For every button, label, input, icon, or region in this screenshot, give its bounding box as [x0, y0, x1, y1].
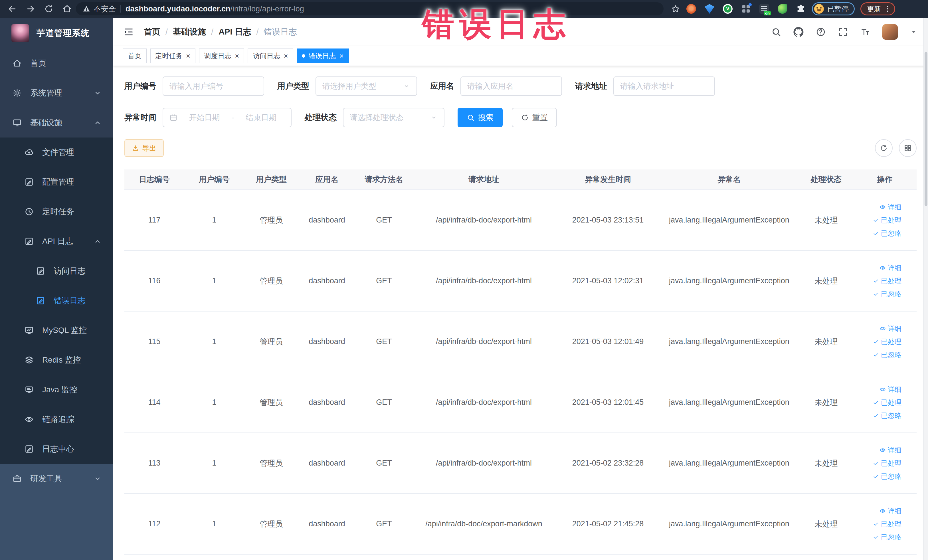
extension-on-icon[interactable] [759, 4, 769, 14]
table-row[interactable]: 1121管理员dashboardGET/api/infra/db-doc/exp… [124, 494, 917, 555]
tag-调度日志[interactable]: 调度日志× [199, 49, 244, 63]
action-已处理[interactable]: 已处理 [873, 337, 902, 346]
tag-close-icon[interactable]: × [186, 52, 190, 60]
action-已忽略[interactable]: 已忽略 [873, 472, 902, 481]
exception-time-range-picker[interactable]: 开始日期 - 结束日期 [163, 108, 292, 127]
sidebar-item-基础设施[interactable]: 基础设施 [0, 108, 113, 137]
tag-错误日志[interactable]: 错误日志× [297, 49, 349, 63]
sidebar-item-链路追踪[interactable]: 链路追踪 [0, 404, 113, 434]
action-已处理[interactable]: 已处理 [873, 519, 902, 529]
github-icon[interactable] [793, 27, 804, 37]
action-详细[interactable]: 详细 [879, 263, 902, 272]
tag-首页[interactable]: 首页 [123, 49, 147, 63]
sidebar-item-配置管理[interactable]: 配置管理 [0, 167, 113, 197]
user-id-input[interactable]: 请输入用户编号 [163, 76, 264, 96]
column-header-异常名[interactable]: 异常名 [661, 174, 798, 185]
extension-leaf-icon[interactable] [778, 4, 788, 14]
table-refresh-button[interactable] [875, 139, 893, 157]
column-header-异常发生时间[interactable]: 异常发生时间 [555, 174, 661, 185]
column-header-应用名[interactable]: 应用名 [298, 174, 356, 185]
tag-访问日志[interactable]: 访问日志× [247, 49, 293, 63]
process-status-select[interactable]: 请选择处理状态 [343, 108, 444, 127]
search-button[interactable]: 搜索 [458, 108, 503, 127]
user-avatar[interactable] [882, 24, 898, 40]
browser-profile-chip[interactable]: 已暂停 [812, 2, 855, 15]
app-logo[interactable]: 芋道管理系统 [0, 18, 113, 49]
avatar-caret-icon[interactable] [910, 28, 918, 36]
action-详细[interactable]: 详细 [879, 446, 902, 455]
browser-update-menu-button[interactable]: 更新 [860, 2, 895, 15]
breadcrumb-item[interactable]: API 日志 [218, 26, 251, 38]
action-已忽略[interactable]: 已忽略 [873, 533, 902, 542]
breadcrumb-item[interactable]: 首页 [144, 26, 160, 38]
extension-v-icon[interactable] [723, 4, 733, 14]
table-row[interactable]: 1141管理员dashboardGET/api/infra/db-doc/exp… [124, 372, 917, 433]
table-row[interactable]: 1161管理员dashboardGET/api/infra/db-doc/exp… [124, 251, 917, 311]
browser-home-icon[interactable] [62, 4, 72, 14]
sidebar-item-API 日志[interactable]: API 日志 [0, 226, 113, 256]
column-header-用户编号[interactable]: 用户编号 [184, 174, 244, 185]
bookmark-star-icon[interactable] [671, 4, 680, 14]
help-icon[interactable] [816, 27, 826, 37]
breadcrumb-item[interactable]: 基础设施 [173, 26, 206, 38]
address-bar[interactable]: 不安全 dashboard.yudao.iocoder.cn /infra/lo… [76, 2, 664, 15]
column-header-操作[interactable]: 操作 [855, 174, 914, 185]
action-已处理[interactable]: 已处理 [873, 216, 902, 225]
tag-close-icon[interactable]: × [235, 52, 239, 60]
browser-reload-icon[interactable] [44, 4, 53, 14]
sidebar-item-系统管理[interactable]: 系统管理 [0, 78, 113, 108]
sidebar-item-Redis 监控[interactable]: Redis 监控 [0, 345, 113, 375]
action-已忽略[interactable]: 已忽略 [873, 350, 902, 359]
sidebar-item-定时任务[interactable]: 定时任务 [0, 197, 113, 226]
extensions-puzzle-icon[interactable] [796, 4, 806, 14]
action-已忽略[interactable]: 已忽略 [873, 229, 902, 238]
reset-button[interactable]: 重置 [512, 108, 557, 127]
action-详细[interactable]: 详细 [879, 203, 902, 212]
action-已处理[interactable]: 已处理 [873, 276, 902, 285]
export-button[interactable]: 导出 [124, 139, 164, 157]
table-row[interactable]: 1131管理员dashboardGET/api/infra/db-doc/exp… [124, 433, 917, 494]
font-size-icon[interactable] [860, 27, 870, 37]
action-详细[interactable]: 详细 [879, 385, 902, 394]
action-详细[interactable]: 详细 [879, 324, 902, 333]
action-已处理[interactable]: 已处理 [873, 459, 902, 468]
app-name-input[interactable]: 请输入应用名 [461, 76, 562, 96]
column-header-请求方法名[interactable]: 请求方法名 [356, 174, 412, 185]
extension-orange-icon[interactable] [686, 4, 696, 14]
table-row[interactable]: 1151管理员dashboardGET/api/infra/db-doc/exp… [124, 311, 917, 372]
sidebar-item-访问日志[interactable]: 访问日志 [0, 256, 113, 286]
extension-shield-icon[interactable] [705, 4, 714, 14]
request-url-input[interactable]: 请输入请求地址 [614, 76, 715, 96]
column-header-日志编号[interactable]: 日志编号 [124, 174, 184, 185]
tag-close-icon[interactable]: × [339, 52, 344, 60]
sidebar-item-研发工具[interactable]: 研发工具 [0, 464, 113, 493]
sidebar-item-文件管理[interactable]: 文件管理 [0, 137, 113, 167]
sidebar-item-首页[interactable]: 首页 [0, 49, 113, 78]
scrollbar-thumb[interactable] [925, 52, 927, 206]
sidebar-item-日志中心[interactable]: 日志中心 [0, 434, 113, 464]
action-已处理[interactable]: 已处理 [873, 398, 902, 407]
action-详细[interactable]: 详细 [879, 507, 902, 516]
tag-定时任务[interactable]: 定时任务× [150, 49, 195, 63]
sidebar-item-MySQL 监控[interactable]: MySQL 监控 [0, 316, 113, 345]
browser-back-icon[interactable] [8, 4, 17, 14]
action-已忽略[interactable]: 已忽略 [873, 290, 902, 299]
fullscreen-icon[interactable] [838, 27, 848, 37]
action-已忽略[interactable]: 已忽略 [873, 411, 902, 420]
hamburger-icon[interactable] [123, 26, 134, 37]
tag-close-icon[interactable]: × [284, 52, 288, 60]
table-row[interactable]: 1171管理员dashboardGET/api/infra/db-doc/exp… [124, 190, 917, 251]
column-header-请求地址[interactable]: 请求地址 [412, 174, 555, 185]
page-scrollbar[interactable] [923, 18, 928, 560]
browser-forward-icon[interactable] [26, 4, 35, 14]
search-icon[interactable] [771, 27, 781, 37]
sidebar-item-Java 监控[interactable]: Java 监控 [0, 375, 113, 404]
breadcrumb-separator: / [256, 27, 259, 37]
column-header-用户类型[interactable]: 用户类型 [244, 174, 298, 185]
column-header-处理状态[interactable]: 处理状态 [798, 174, 855, 185]
sidebar-item-错误日志[interactable]: 错误日志 [0, 286, 113, 316]
table-columns-button[interactable] [899, 139, 917, 157]
actions-cell: 详细已处理已忽略 [855, 263, 914, 299]
extension-grid-icon[interactable] [741, 4, 751, 14]
user-type-select[interactable]: 请选择用户类型 [316, 76, 417, 96]
